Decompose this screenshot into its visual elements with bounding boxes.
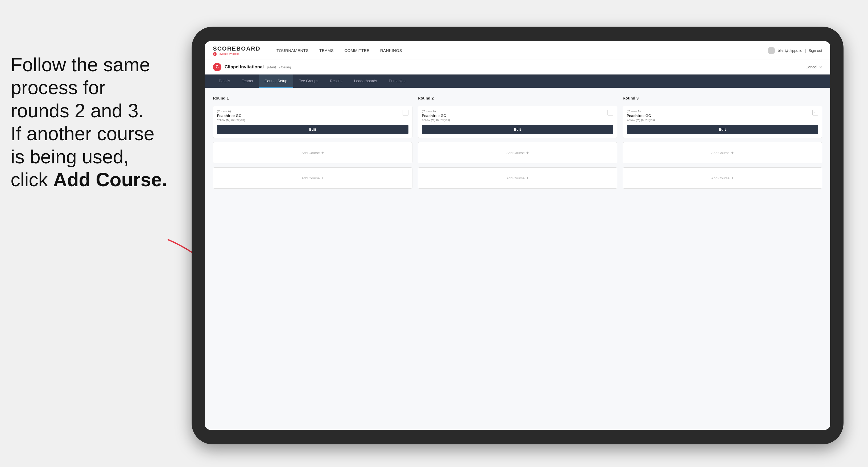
gender-badge: (Men) [267,65,276,69]
tab-printables[interactable]: Printables [383,74,411,88]
tablet-frame: SCOREBOARD c Powered by clippd TOURNAMEN… [192,27,843,444]
nav-right: blair@clippd.io | Sign out [768,47,822,54]
tab-results[interactable]: Results [324,74,348,88]
cancel-label: Cancel [805,65,817,69]
course-name-3: Peachtree GC [627,114,812,118]
round-3-course-card: (Course A) Peachtree GC Yellow (M) (6629… [623,106,822,138]
course-name-2: Peachtree GC [422,114,608,118]
add-course-label-r2-2: Add Course + [506,176,529,180]
course-label-2: (Course A) [422,110,608,113]
round-1-course-card: (Course A) Peachtree GC Yellow (M) (6629… [213,106,412,138]
add-course-label-r3-2: Add Course + [711,176,734,180]
round-1-edit-button[interactable]: Edit [217,125,408,134]
tab-course-setup[interactable]: Course Setup [259,74,293,88]
logo-text: SCOREBOARD [213,45,260,52]
course-card-inner-3: (Course A) Peachtree GC Yellow (M) (6629… [623,106,822,122]
tab-details[interactable]: Details [213,74,236,88]
round-1-add-course-2[interactable]: Add Course + [213,167,412,189]
add-course-text-r2-2: Add Course [506,176,525,180]
cancel-button[interactable]: Cancel ✕ [805,65,822,70]
tab-tee-groups[interactable]: Tee Groups [293,74,324,88]
plus-icon-r2-2: + [526,176,529,180]
main-content: Round 1 (Course A) Peachtree GC Yellow (… [205,88,830,430]
clippd-icon: c [213,52,217,56]
plus-icon-r3-2: + [731,176,734,180]
add-course-label-r2-1: Add Course + [506,150,529,155]
plus-icon-2: + [321,176,324,180]
course-info: (Course A) Peachtree GC Yellow (M) (6629… [217,110,403,122]
sub-nav: C Clippd Invitational (Men) Hosting Canc… [205,60,830,74]
nav-link-rankings[interactable]: RANKINGS [375,41,407,60]
rounds-grid: Round 1 (Course A) Peachtree GC Yellow (… [213,96,822,189]
plus-icon-1: + [321,150,324,155]
course-info-3: (Course A) Peachtree GC Yellow (M) (6629… [627,110,812,122]
add-course-label-r3-1: Add Course + [711,150,734,155]
round-3-add-course-2[interactable]: Add Course + [623,167,822,189]
add-course-label-1: Add Course + [302,150,324,155]
add-course-text-r3-2: Add Course [711,176,730,180]
course-card-inner: (Course A) Peachtree GC Yellow (M) (6629… [213,106,412,122]
round-1-column: Round 1 (Course A) Peachtree GC Yellow (… [213,96,412,189]
user-email: blair@clippd.io [778,49,802,53]
plus-icon-r3-1: + [731,150,734,155]
add-course-text-2: Add Course [302,176,320,180]
nav-divider: | [805,49,806,53]
nav-link-committee[interactable]: COMMITTEE [339,41,375,60]
course-delete-button-3[interactable]: ○ [812,110,818,116]
round-3-edit-button[interactable]: Edit [627,125,818,134]
round-2-course-card: (Course A) Peachtree GC Yellow (M) (6629… [418,106,617,138]
course-delete-button[interactable]: ○ [403,110,408,116]
top-nav: SCOREBOARD c Powered by clippd TOURNAMEN… [205,41,830,60]
add-course-bold: Add Course. [53,169,167,190]
user-avatar [768,47,775,54]
tab-bar: Details Teams Course Setup Tee Groups Re… [205,74,830,88]
course-details: Yellow (M) (6629 yds) [217,118,403,122]
tournament-name: Clippd Invitational [225,64,264,70]
round-3-title: Round 3 [623,96,822,100]
round-2-add-course-2[interactable]: Add Course + [418,167,617,189]
add-course-label-2: Add Course + [302,176,324,180]
add-course-text-r2-1: Add Course [506,151,525,155]
tournament-icon: C [213,63,221,71]
sub-nav-left: C Clippd Invitational (Men) Hosting [213,63,291,71]
course-card-inner-2: (Course A) Peachtree GC Yellow (M) (6629… [418,106,617,122]
round-3-add-course-1[interactable]: Add Course + [623,142,822,163]
logo-sub: c Powered by clippd [213,52,260,56]
scoreboard-logo: SCOREBOARD c Powered by clippd [213,45,260,56]
add-course-text-r3-1: Add Course [711,151,730,155]
instruction-text: Follow the same process for rounds 2 and… [0,42,184,202]
course-delete-button-2[interactable]: ○ [608,110,613,116]
round-2-column: Round 2 (Course A) Peachtree GC Yellow (… [418,96,617,189]
tab-leaderboards[interactable]: Leaderboards [348,74,383,88]
tab-teams[interactable]: Teams [236,74,259,88]
round-2-add-course-1[interactable]: Add Course + [418,142,617,163]
course-details-3: Yellow (M) (6629 yds) [627,118,812,122]
nav-links: TOURNAMENTS TEAMS COMMITTEE RANKINGS [271,41,768,60]
course-label-3: (Course A) [627,110,812,113]
nav-link-tournaments[interactable]: TOURNAMENTS [271,41,314,60]
round-3-column: Round 3 (Course A) Peachtree GC Yellow (… [623,96,822,189]
cancel-x-icon: ✕ [819,65,822,70]
add-course-text-1: Add Course [302,151,320,155]
hosting-badge: Hosting [279,65,291,69]
logo-sub-text: Powered by clippd [218,53,240,55]
nav-link-teams[interactable]: TEAMS [314,41,339,60]
sign-out-link[interactable]: Sign out [809,49,822,53]
round-2-title: Round 2 [418,96,617,100]
course-info-2: (Course A) Peachtree GC Yellow (M) (6629… [422,110,608,122]
course-name: Peachtree GC [217,114,403,118]
course-label: (Course A) [217,110,403,113]
plus-icon-r2-1: + [526,150,529,155]
tablet-screen: SCOREBOARD c Powered by clippd TOURNAMEN… [205,41,830,430]
round-2-edit-button[interactable]: Edit [422,125,613,134]
course-details-2: Yellow (M) (6629 yds) [422,118,608,122]
round-1-title: Round 1 [213,96,412,100]
round-1-add-course-1[interactable]: Add Course + [213,142,412,163]
